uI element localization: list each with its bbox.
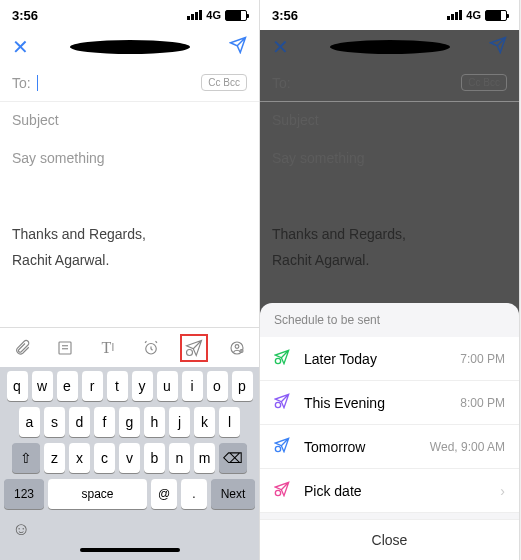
template-icon[interactable]	[51, 334, 79, 362]
space-key[interactable]: space	[48, 479, 147, 509]
schedule-item[interactable]: Later Today7:00 PM	[260, 337, 519, 381]
svg-point-4	[187, 349, 193, 355]
key-e[interactable]: e	[57, 371, 78, 401]
schedule-item-time: 8:00 PM	[460, 396, 505, 410]
close-button[interactable]: Close	[260, 519, 519, 560]
schedule-send-icon[interactable]	[180, 334, 208, 362]
subject-field: Subject	[260, 102, 519, 138]
schedule-item-label: Pick date	[304, 483, 362, 499]
schedule-item-time: 7:00 PM	[460, 352, 505, 366]
shift-key[interactable]: ⇧	[12, 443, 40, 473]
svg-point-10	[275, 446, 280, 451]
close-icon[interactable]: ✕	[272, 35, 289, 59]
mention-icon[interactable]	[223, 334, 251, 362]
backspace-key[interactable]: ⌫	[219, 443, 247, 473]
key-b[interactable]: b	[144, 443, 165, 473]
key-a[interactable]: a	[19, 407, 40, 437]
numbers-key[interactable]: 123	[4, 479, 44, 509]
key-s[interactable]: s	[44, 407, 65, 437]
key-w[interactable]: w	[32, 371, 53, 401]
signature-line1: Thanks and Regards,	[272, 226, 507, 242]
key-g[interactable]: g	[119, 407, 140, 437]
dot-key[interactable]: .	[181, 479, 207, 509]
schedule-send-icon	[274, 437, 294, 456]
home-indicator[interactable]	[80, 548, 180, 552]
signal-icon	[447, 10, 462, 20]
status-time: 3:56	[12, 8, 38, 23]
key-o[interactable]: o	[207, 371, 228, 401]
key-u[interactable]: u	[157, 371, 178, 401]
key-n[interactable]: n	[169, 443, 190, 473]
body-placeholder: Say something	[272, 150, 507, 166]
cc-bcc-button[interactable]: Cc Bcc	[201, 74, 247, 91]
attachment-icon[interactable]	[8, 334, 36, 362]
schedule-send-icon	[274, 393, 294, 412]
at-key[interactable]: @	[151, 479, 177, 509]
sheet-header: Schedule to be sent	[260, 303, 519, 337]
compose-topbar: ✕	[260, 30, 519, 64]
signal-icon	[187, 10, 202, 20]
status-bar: 3:56 4G	[260, 0, 519, 30]
status-right: 4G	[447, 9, 507, 21]
svg-rect-0	[59, 342, 71, 354]
signature-line1: Thanks and Regards,	[12, 226, 247, 242]
key-q[interactable]: q	[7, 371, 28, 401]
network-label: 4G	[206, 9, 221, 21]
key-j[interactable]: j	[169, 407, 190, 437]
schedule-item[interactable]: This Evening8:00 PM	[260, 381, 519, 425]
network-label: 4G	[466, 9, 481, 21]
svg-point-6	[235, 344, 239, 348]
text-cursor	[37, 75, 38, 91]
send-icon[interactable]	[489, 36, 507, 58]
key-r[interactable]: r	[82, 371, 103, 401]
battery-icon	[225, 10, 247, 21]
compose-topbar: ✕	[0, 30, 259, 64]
key-x[interactable]: x	[69, 443, 90, 473]
schedule-item[interactable]: TomorrowWed, 9:00 AM	[260, 425, 519, 469]
status-time: 3:56	[272, 8, 298, 23]
subject-field[interactable]: Subject	[0, 102, 259, 138]
to-field[interactable]: To: Cc Bcc	[0, 64, 259, 102]
keyboard: qwertyuiop asdfghjkl ⇧ zxcvbnm ⌫ 123 spa…	[0, 367, 259, 560]
status-right: 4G	[187, 9, 247, 21]
schedule-item-time: Wed, 9:00 AM	[430, 440, 505, 454]
reminder-icon[interactable]	[137, 334, 165, 362]
key-k[interactable]: k	[194, 407, 215, 437]
body-placeholder: Say something	[12, 150, 247, 166]
battery-icon	[485, 10, 507, 21]
cc-bcc-button: Cc Bcc	[461, 74, 507, 91]
redacted-title	[330, 40, 450, 54]
close-icon[interactable]: ✕	[12, 35, 29, 59]
key-h[interactable]: h	[144, 407, 165, 437]
key-i[interactable]: i	[182, 371, 203, 401]
text-format-icon[interactable]: TI	[94, 334, 122, 362]
key-p[interactable]: p	[232, 371, 253, 401]
emoji-icon[interactable]: ☺	[12, 519, 30, 540]
key-l[interactable]: l	[219, 407, 240, 437]
to-field: To: Cc Bcc	[260, 64, 519, 102]
key-c[interactable]: c	[94, 443, 115, 473]
key-f[interactable]: f	[94, 407, 115, 437]
next-key[interactable]: Next	[211, 479, 255, 509]
key-y[interactable]: y	[132, 371, 153, 401]
signature-line2: Rachit Agarwal.	[12, 252, 247, 268]
schedule-item-label: This Evening	[304, 395, 385, 411]
body-field[interactable]: Say something Thanks and Regards, Rachit…	[0, 138, 259, 327]
schedule-item[interactable]: Pick date›	[260, 469, 519, 513]
key-v[interactable]: v	[119, 443, 140, 473]
schedule-item-label: Tomorrow	[304, 439, 365, 455]
svg-point-9	[275, 402, 280, 407]
chevron-right-icon: ›	[500, 483, 505, 499]
to-label: To:	[272, 75, 291, 91]
key-m[interactable]: m	[194, 443, 215, 473]
redacted-title	[70, 40, 190, 54]
key-t[interactable]: t	[107, 371, 128, 401]
schedule-item-label: Later Today	[304, 351, 377, 367]
key-d[interactable]: d	[69, 407, 90, 437]
key-z[interactable]: z	[44, 443, 65, 473]
svg-point-8	[275, 358, 280, 363]
compose-toolbar: TI	[0, 327, 259, 367]
schedule-sheet: Schedule to be sent Later Today7:00 PMTh…	[260, 303, 519, 560]
schedule-send-icon	[274, 481, 294, 500]
send-icon[interactable]	[229, 36, 247, 58]
